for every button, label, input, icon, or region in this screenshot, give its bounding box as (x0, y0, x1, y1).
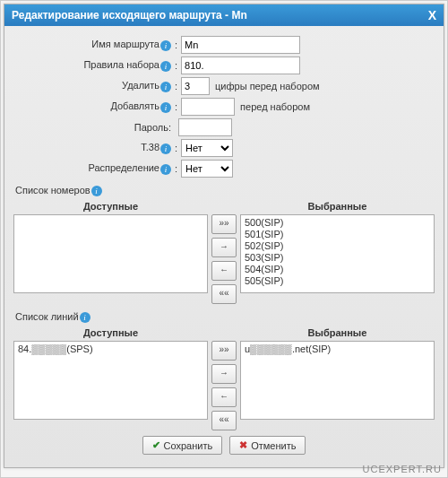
move-left-button[interactable]: ← (211, 387, 237, 407)
label-route-name: Имя маршрутаi (13, 39, 173, 50)
lines-selected-header: Выбранные (240, 325, 435, 341)
move-all-left-button[interactable]: «« (211, 284, 237, 304)
strip-input[interactable] (181, 77, 210, 95)
list-item[interactable]: 504(SIP) (245, 264, 430, 275)
move-right-button[interactable]: → (211, 238, 237, 257)
move-left-button[interactable]: ← (211, 261, 237, 281)
info-icon[interactable]: i (160, 40, 171, 51)
dialog-title: Редактирование исходящего маршрута - Mn (12, 9, 247, 22)
numbers-selected-header: Выбранные (240, 198, 435, 214)
close-icon[interactable]: X (428, 8, 436, 22)
label-distribution: Распределениеi (13, 162, 173, 174)
distribution-select[interactable]: Нет (181, 160, 233, 178)
lines-selected-list[interactable]: u▒▒▒▒▒▒.net(SIP) (240, 341, 435, 420)
prepend-suffix: перед набором (240, 101, 310, 112)
check-icon: ✔ (152, 439, 160, 451)
move-all-right-button[interactable]: »» (211, 214, 237, 234)
label-strip: Удалитьi (13, 80, 173, 91)
titlebar: Редактирование исходящего маршрута - Mn … (4, 4, 444, 26)
move-all-left-button[interactable]: «« (211, 411, 237, 430)
lines-available-header: Доступные (13, 325, 208, 341)
numbers-selected-list[interactable]: 500(SIP)501(SIP)502(SIP)503(SIP)504(SIP)… (240, 214, 435, 293)
cancel-icon: ✖ (239, 439, 247, 451)
info-icon[interactable]: i (160, 143, 171, 154)
move-right-button[interactable]: → (211, 364, 237, 384)
dialog: Редактирование исходящего маршрута - Mn … (4, 4, 444, 468)
route-name-input[interactable] (181, 36, 300, 54)
label-prepend: Добавлятьi (13, 100, 173, 112)
list-item[interactable]: 500(SIP) (245, 217, 430, 229)
list-item[interactable]: 505(SIP) (245, 275, 430, 287)
info-icon[interactable]: i (160, 164, 171, 175)
strip-suffix: цифры перед набором (215, 81, 320, 91)
prepend-input[interactable] (181, 98, 235, 116)
label-dial-pattern: Правила набораi (13, 59, 173, 71)
watermark: UCEXPERT.RU (363, 464, 442, 474)
list-item[interactable]: 501(SIP) (245, 229, 430, 240)
info-icon[interactable]: i (91, 186, 102, 196)
lines-section-title: Список линийi (15, 311, 435, 323)
label-password: Пароль: (13, 122, 173, 133)
save-button[interactable]: ✔Сохранить (142, 436, 223, 455)
info-icon[interactable]: i (80, 312, 90, 323)
numbers-available-header: Доступные (13, 198, 208, 214)
lines-available-list[interactable]: 84.▒▒▒▒▒(SPS) (13, 341, 208, 420)
list-item[interactable]: u▒▒▒▒▒▒.net(SIP) (245, 343, 430, 355)
numbers-available-list[interactable] (13, 214, 208, 293)
info-icon[interactable]: i (160, 82, 171, 92)
password-input[interactable] (178, 118, 232, 136)
info-icon[interactable]: i (160, 61, 171, 72)
list-item[interactable]: 503(SIP) (245, 252, 430, 264)
t38-select[interactable]: Нет (181, 139, 233, 157)
dial-pattern-input[interactable] (181, 56, 300, 74)
label-t38: T.38i (13, 142, 173, 153)
info-icon[interactable]: i (160, 102, 171, 113)
list-item[interactable]: 84.▒▒▒▒▒(SPS) (18, 343, 203, 355)
move-all-right-button[interactable]: »» (211, 341, 237, 361)
cancel-button[interactable]: ✖Отменить (229, 436, 306, 455)
list-item[interactable]: 502(SIP) (245, 240, 430, 252)
numbers-section-title: Список номеровi (15, 185, 435, 196)
